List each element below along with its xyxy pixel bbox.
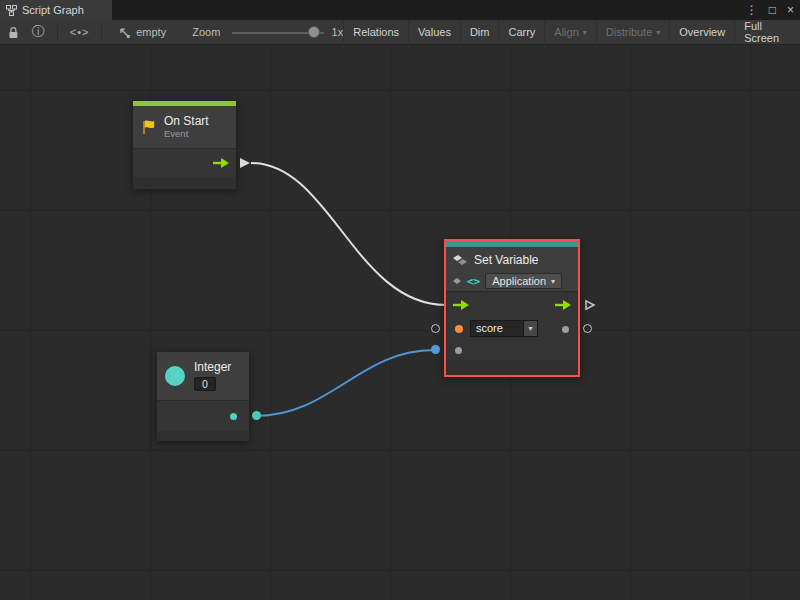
node-set-variable[interactable]: Set Variable <> Application ▾: [444, 239, 580, 377]
unconnected-flow-triangle[interactable]: [584, 299, 596, 311]
kebab-menu-icon[interactable]: ⋮: [746, 0, 758, 20]
button-label: Align: [554, 26, 578, 38]
node-integer[interactable]: Integer 0: [157, 352, 249, 441]
values-button[interactable]: Values: [408, 20, 460, 45]
lock-icon[interactable]: [8, 26, 19, 39]
maximize-icon[interactable]: □: [769, 0, 776, 20]
chevron-down-icon: ▾: [583, 28, 587, 37]
variable-name-dropdown[interactable]: score ▾: [470, 320, 538, 337]
button-label: Distribute: [606, 26, 652, 38]
code-ports-icon[interactable]: <•>: [70, 26, 90, 38]
variables-icon: [452, 254, 468, 266]
wire-end-dot-blue[interactable]: [431, 345, 440, 354]
button-label: Dim: [470, 26, 490, 38]
distribute-button: Distribute ▾: [596, 20, 669, 45]
flow-input-port-icon[interactable]: [452, 299, 470, 311]
chevron-down-icon[interactable]: ▾: [524, 320, 538, 337]
scope-dropdown-label: Application: [492, 275, 546, 287]
zoom-value: 1x: [332, 26, 344, 38]
integer-content: Integer 0: [194, 361, 231, 391]
toolbar-separator: [57, 25, 58, 40]
align-button: Align ▾: [544, 20, 595, 45]
scope-dropdown[interactable]: Application ▾: [485, 273, 562, 289]
dim-button[interactable]: Dim: [460, 20, 499, 45]
toolbar-buttons: Relations Values Dim Carry Align ▾ Distr…: [343, 20, 800, 45]
zoom-slider[interactable]: [232, 20, 322, 45]
node-title: Set Variable: [474, 254, 538, 267]
graph-canvas[interactable]: [0, 45, 800, 600]
value-port-row: [446, 340, 578, 360]
button-label: Values: [418, 26, 451, 38]
node-on-start[interactable]: On Start Event: [133, 101, 236, 189]
on-start-titles: On Start Event: [164, 115, 209, 139]
on-start-header[interactable]: On Start Event: [133, 106, 236, 148]
integer-port-row: [157, 401, 249, 431]
integer-output-port[interactable]: [230, 413, 237, 420]
kind-icon: [452, 276, 462, 286]
button-label: Full Screen: [744, 20, 791, 44]
node-subtitle: Event: [164, 128, 209, 139]
set-variable-title-row: Set Variable: [452, 250, 572, 270]
set-variable-scope-row: <> Application ▾: [452, 271, 572, 291]
unconnected-port-circle-left[interactable]: [431, 324, 440, 333]
info-icon[interactable]: ⓘ: [32, 23, 45, 41]
carry-button[interactable]: Carry: [498, 20, 544, 45]
integer-type-icon: [165, 366, 185, 386]
button-label: Carry: [508, 26, 535, 38]
close-icon[interactable]: ×: [787, 0, 794, 20]
wire-start-triangle[interactable]: [239, 157, 251, 169]
set-variable-header[interactable]: Set Variable <> Application ▾: [446, 247, 578, 291]
node-title: Integer: [194, 361, 231, 374]
value-input-port[interactable]: [455, 347, 462, 354]
chevron-down-icon: ▾: [656, 28, 660, 37]
button-label: Relations: [353, 26, 399, 38]
graph-icon: [6, 5, 17, 16]
value-output-port[interactable]: [562, 326, 569, 333]
wire-start-dot-teal[interactable]: [252, 411, 261, 420]
on-start-flow-row: [133, 149, 236, 177]
pointer-icon: [118, 26, 131, 39]
full-screen-button[interactable]: Full Screen: [734, 20, 800, 45]
button-label: Overview: [679, 26, 725, 38]
flow-output-port-icon[interactable]: [212, 157, 230, 169]
title-bar: Script Graph ⋮ □ ×: [0, 0, 800, 20]
flow-output-port-icon[interactable]: [554, 299, 572, 311]
integer-value-field[interactable]: 0: [194, 377, 216, 391]
node-footer: [157, 431, 249, 441]
graph-pointer-label: empty: [136, 26, 166, 38]
script-graph-window: Script Graph ⋮ □ × ⓘ <•> empty Zoom 1x: [0, 0, 800, 600]
chevron-down-icon: ▾: [551, 277, 555, 286]
tab-title: Script Graph: [22, 4, 84, 16]
flag-icon: [141, 119, 157, 135]
integer-header[interactable]: Integer 0: [157, 352, 249, 400]
tab-script-graph[interactable]: Script Graph: [0, 0, 112, 20]
zoom-label: Zoom: [192, 26, 220, 38]
zoom-slider-handle[interactable]: [308, 26, 320, 38]
toolbar-separator: [101, 25, 102, 40]
graph-toolbar: ⓘ <•> empty Zoom 1x Relations Values Dim: [0, 20, 800, 45]
relations-button[interactable]: Relations: [343, 20, 408, 45]
flow-port-row: [446, 292, 578, 318]
node-title: On Start: [164, 115, 209, 128]
name-input-port[interactable]: [455, 325, 463, 333]
set-variable-body: score ▾: [446, 292, 578, 375]
angle-brackets-icon: <>: [467, 275, 480, 288]
unconnected-port-circle-right[interactable]: [583, 324, 592, 333]
node-footer: [446, 360, 578, 375]
node-footer: [133, 177, 236, 189]
variable-name-field[interactable]: score: [470, 320, 524, 337]
overview-button[interactable]: Overview: [669, 20, 734, 45]
window-controls: ⋮ □ ×: [746, 0, 794, 20]
name-port-row: score ▾: [446, 318, 578, 340]
